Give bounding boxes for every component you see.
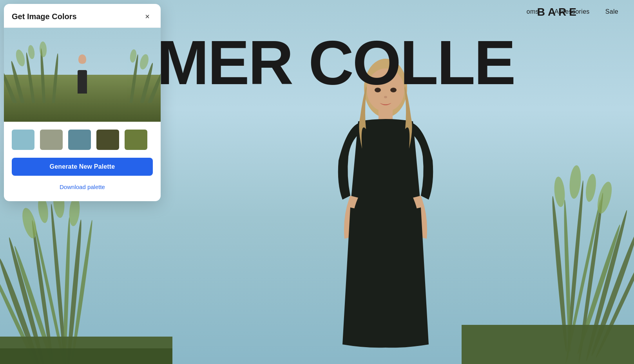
mini-figure-head bbox=[78, 54, 86, 64]
svg-point-27 bbox=[568, 165, 582, 199]
svg-rect-15 bbox=[0, 348, 172, 364]
svg-point-42 bbox=[27, 45, 36, 59]
svg-point-28 bbox=[553, 176, 566, 207]
svg-point-47 bbox=[138, 53, 150, 70]
swatch-1[interactable] bbox=[40, 130, 63, 150]
swatch-4[interactable] bbox=[125, 130, 147, 150]
grass-right-svg bbox=[462, 51, 634, 364]
close-button[interactable]: × bbox=[142, 11, 153, 22]
swatch-3[interactable] bbox=[96, 130, 119, 150]
hero-title: MER COLLE bbox=[157, 31, 634, 94]
model-svg bbox=[288, 51, 484, 364]
mini-figure-body bbox=[78, 70, 87, 94]
mini-grass-right bbox=[114, 40, 161, 103]
download-palette-link[interactable]: Download palette bbox=[12, 180, 153, 193]
swatch-2[interactable] bbox=[68, 130, 91, 150]
swatch-0[interactable] bbox=[12, 130, 34, 150]
svg-point-43 bbox=[39, 41, 47, 58]
color-swatches bbox=[12, 130, 153, 150]
popup-panel: Get Image Colors × bbox=[4, 4, 161, 201]
nav-item-sale[interactable]: Sale bbox=[605, 8, 618, 15]
svg-point-26 bbox=[584, 173, 598, 203]
svg-point-35 bbox=[384, 96, 387, 98]
popup-title: Get Image Colors bbox=[12, 12, 77, 21]
brand-name: BARE bbox=[537, 6, 579, 18]
svg-rect-29 bbox=[462, 325, 634, 364]
svg-point-40 bbox=[51, 53, 60, 103]
generate-palette-button[interactable]: Generate New Palette bbox=[12, 158, 153, 176]
mini-figure bbox=[74, 54, 90, 94]
svg-point-37 bbox=[25, 52, 38, 103]
model-figure bbox=[288, 51, 484, 364]
popup-body: Generate New Palette Download palette bbox=[4, 122, 161, 201]
mini-grass-left bbox=[4, 32, 74, 103]
svg-point-41 bbox=[14, 49, 27, 67]
popup-image-preview bbox=[4, 28, 161, 122]
popup-header: Get Image Colors × bbox=[4, 4, 161, 28]
